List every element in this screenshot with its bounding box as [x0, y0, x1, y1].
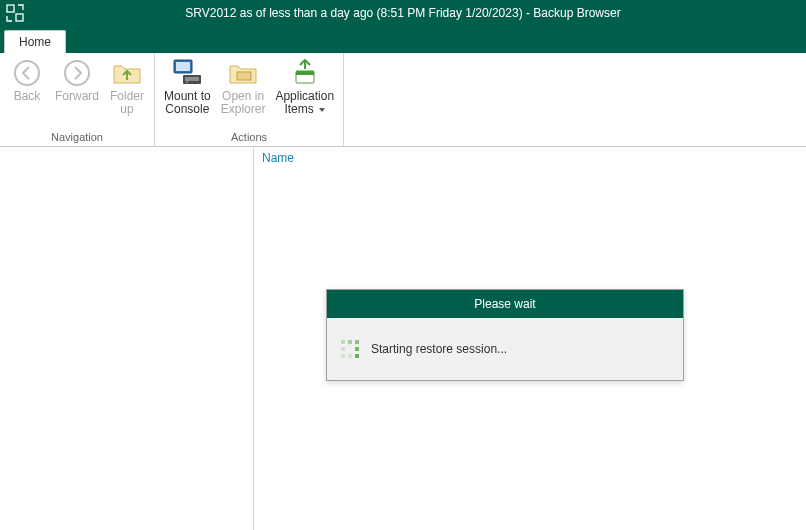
- forward-label: Forward: [55, 90, 99, 103]
- application-items-label: Application Items: [275, 90, 334, 116]
- ribbon: Back Forward Folder up: [0, 53, 806, 147]
- window-title: SRV2012 as of less than a day ago (8:51 …: [6, 6, 800, 20]
- folder-up-label: Folder up: [110, 90, 144, 116]
- svg-point-2: [15, 61, 39, 85]
- back-button[interactable]: Back: [4, 55, 50, 105]
- svg-rect-9: [237, 72, 251, 80]
- ribbon-group-navigation: Back Forward Folder up: [0, 53, 155, 146]
- folder-up-icon: [111, 57, 143, 89]
- open-in-explorer-label: Open in Explorer: [221, 90, 266, 116]
- mount-console-icon: [171, 57, 203, 89]
- svg-rect-11: [296, 71, 314, 75]
- back-arrow-icon: [11, 57, 43, 89]
- ribbon-group-label-navigation: Navigation: [0, 129, 154, 146]
- spinner-icon: [341, 340, 359, 358]
- dialog-message: Starting restore session...: [371, 342, 507, 356]
- list-pane: Name Please wait Starting restore sessio…: [254, 147, 806, 530]
- ribbon-group-actions: Mount to Console Open in Explorer: [155, 53, 344, 146]
- forward-arrow-icon: [61, 57, 93, 89]
- tab-home[interactable]: Home: [4, 30, 66, 53]
- forward-button[interactable]: Forward: [50, 55, 104, 105]
- svg-rect-7: [185, 77, 199, 81]
- ribbon-group-label-actions: Actions: [155, 129, 343, 146]
- folder-up-button[interactable]: Folder up: [104, 55, 150, 118]
- tree-pane[interactable]: [0, 147, 254, 530]
- mount-to-console-button[interactable]: Mount to Console: [159, 55, 216, 118]
- chevron-down-icon: [319, 108, 325, 112]
- svg-point-8: [186, 81, 188, 83]
- workspace: Name Please wait Starting restore sessio…: [0, 147, 806, 530]
- list-column-header-name[interactable]: Name: [254, 147, 806, 169]
- mount-to-console-label: Mount to Console: [164, 90, 211, 116]
- open-in-explorer-button[interactable]: Open in Explorer: [216, 55, 271, 118]
- back-label: Back: [14, 90, 41, 103]
- application-items-icon: [289, 57, 321, 89]
- svg-point-3: [65, 61, 89, 85]
- dialog-title: Please wait: [327, 290, 683, 318]
- tab-strip: Home: [0, 26, 806, 53]
- explorer-folder-icon: [227, 57, 259, 89]
- titlebar: SRV2012 as of less than a day ago (8:51 …: [0, 0, 806, 26]
- dialog-body: Starting restore session...: [327, 318, 683, 380]
- please-wait-dialog: Please wait Starting restore session...: [326, 289, 684, 381]
- application-items-button[interactable]: Application Items: [270, 55, 339, 118]
- svg-rect-5: [176, 62, 190, 71]
